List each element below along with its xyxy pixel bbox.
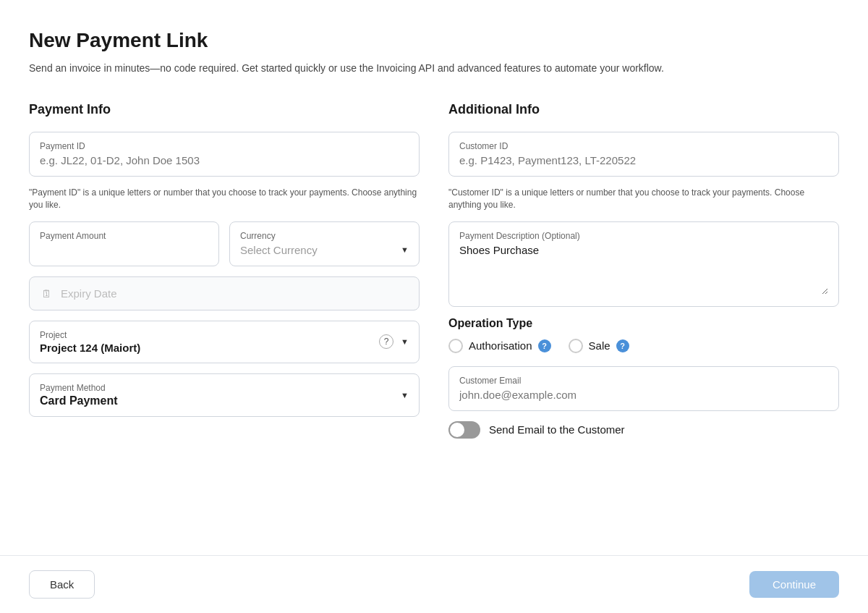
sale-radio[interactable] [569, 339, 583, 353]
customer-email-input[interactable] [459, 389, 828, 401]
continue-button[interactable]: Continue [749, 571, 839, 598]
sale-option[interactable]: Sale ? [569, 339, 629, 353]
payment-amount-label: Payment Amount [40, 231, 208, 241]
authorisation-help-icon[interactable]: ? [538, 339, 551, 352]
send-email-toggle[interactable] [448, 421, 480, 439]
payment-id-group: Payment ID [29, 132, 420, 177]
currency-label: Currency [240, 231, 409, 241]
payment-id-hint: "Payment ID" is a unique letters or numb… [29, 187, 420, 211]
payment-method-value: Card Payment [40, 394, 118, 407]
payment-id-input[interactable] [40, 154, 409, 166]
customer-id-label: Customer ID [459, 141, 828, 151]
footer-bar: Back Continue [0, 555, 868, 613]
sale-label: Sale [589, 339, 610, 352]
payment-info-section: Payment Info Payment ID "Payment ID" is … [29, 102, 420, 439]
customer-id-group: Customer ID [448, 132, 839, 177]
send-email-row: Send Email to the Customer [448, 421, 839, 439]
payment-method-group[interactable]: Payment Method Card Payment ▼ [29, 373, 420, 417]
payment-description-input[interactable]: Shoes Purchase [459, 244, 828, 295]
payment-id-label: Payment ID [40, 141, 409, 151]
currency-value: Select Currency ▼ [240, 244, 409, 256]
toggle-knob [450, 423, 464, 437]
project-label: Project [40, 330, 140, 340]
payment-method-label: Payment Method [40, 383, 118, 393]
project-chevron-icon: ▼ [401, 337, 409, 346]
customer-email-label: Customer Email [459, 376, 828, 386]
back-button[interactable]: Back [29, 570, 95, 599]
operation-type-options: Authorisation ? Sale ? [448, 339, 839, 353]
operation-type-title: Operation Type [448, 317, 839, 330]
customer-id-input[interactable] [459, 154, 828, 166]
operation-type-section: Operation Type Authorisation ? Sale ? [448, 317, 839, 353]
project-value: Project 124 (Maiort) [40, 342, 140, 354]
payment-amount-input[interactable]: 100.00 [40, 244, 208, 256]
expiry-date-placeholder: Expiry Date [61, 287, 117, 300]
currency-select[interactable]: Currency Select Currency ▼ [229, 221, 420, 266]
payment-method-chevron-icon: ▼ [401, 391, 409, 399]
payment-info-title: Payment Info [29, 102, 420, 117]
authorisation-label: Authorisation [469, 339, 532, 352]
page-subtitle: Send an invoice in minutes—no code requi… [29, 61, 680, 76]
project-group[interactable]: Project Project 124 (Maiort) ? ▼ [29, 321, 420, 363]
sale-help-icon[interactable]: ? [616, 339, 629, 352]
customer-email-group: Customer Email [448, 366, 839, 411]
additional-info-title: Additional Info [448, 102, 839, 117]
payment-description-label: Payment Description (Optional) [459, 231, 828, 241]
payment-description-group: Payment Description (Optional) Shoes Pur… [448, 221, 839, 307]
customer-id-hint: "Customer ID" is a unique letters or num… [448, 187, 839, 211]
additional-info-section: Additional Info Customer ID "Customer ID… [448, 102, 839, 439]
authorisation-radio[interactable] [448, 339, 463, 353]
page-title: New Payment Link [29, 29, 839, 52]
project-help-icon[interactable]: ? [379, 334, 393, 349]
calendar-icon: 🗓 [41, 287, 52, 300]
expiry-date-group[interactable]: 🗓 Expiry Date [29, 276, 420, 310]
currency-chevron-icon: ▼ [401, 245, 409, 254]
authorisation-option[interactable]: Authorisation ? [448, 339, 551, 353]
payment-amount-group: Payment Amount 100.00 [29, 221, 219, 266]
send-email-label: Send Email to the Customer [489, 423, 625, 436]
